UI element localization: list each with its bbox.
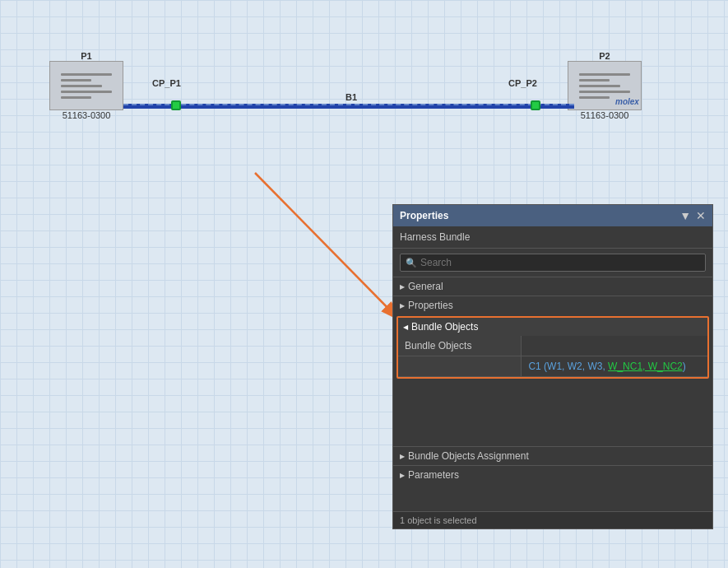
panel-subtitle: Harness Bundle <box>393 226 712 249</box>
panel-body: ▶ General ▶ Properties ◀ Bundle Objects <box>393 277 712 511</box>
parameters-triangle: ▶ <box>400 472 405 479</box>
bundle-objects-assignment-label: Bundle Objects Assignment <box>408 450 529 462</box>
bundle-objects-section: ◀ Bundle Objects Bundle Objects <box>396 316 709 379</box>
panel-controls: ▼ ✕ <box>679 210 706 221</box>
component-p1: P1 51163-0300 <box>49 49 123 120</box>
p1-label: P1 <box>81 51 91 61</box>
bundle-objects-title: Bundle Objects <box>411 321 478 333</box>
status-bar: 1 object is selected <box>393 511 712 528</box>
connector-line <box>579 85 620 87</box>
connector-line <box>61 91 112 93</box>
bundle-objects-assignment-section[interactable]: ▶ Bundle Objects Assignment <box>393 446 712 465</box>
bundle-objects-row-1: Bundle Objects <box>398 336 707 356</box>
bundle-objects-content: Bundle Objects C1 (W1, W2, W3, W_NC1, W_… <box>398 336 707 377</box>
cp-p2-label: CP_P2 <box>508 78 537 88</box>
parameters-label: Parameters <box>408 469 459 481</box>
empty-space <box>393 380 712 446</box>
properties-section-label: Properties <box>408 300 453 311</box>
connector-line <box>579 79 610 81</box>
cp-dot-right <box>531 100 540 110</box>
connector-line <box>579 96 610 99</box>
properties-triangle: ▶ <box>400 302 405 310</box>
bundle-objects-prop-value-1 <box>522 336 707 356</box>
pin-button[interactable]: ▼ <box>679 210 691 221</box>
p1-sublabel: 51163-0300 <box>63 110 111 120</box>
general-triangle: ▶ <box>400 283 405 291</box>
cp-dot-left <box>171 100 181 110</box>
connector-line <box>61 85 102 87</box>
p1-connector-box <box>49 61 123 110</box>
molex-label: molex <box>615 97 639 106</box>
connector-line <box>579 73 630 76</box>
general-label: General <box>408 281 443 292</box>
panel-header: Properties ▼ ✕ <box>393 205 712 226</box>
canvas: P1 51163-0300 CP_P1 P2 51163-0300 <box>0 0 728 568</box>
p2-sublabel: 51163-0300 <box>581 110 629 120</box>
bundle-wire <box>123 104 574 109</box>
p2-label: P2 <box>599 51 610 61</box>
svg-line-1 <box>255 173 401 321</box>
bundle-objects-prop-value-2[interactable]: C1 (W1, W2, W3, W_NC1, W_NC2) <box>522 356 707 376</box>
cp-p1-label: CP_P1 <box>152 78 181 88</box>
close-button[interactable]: ✕ <box>696 210 706 221</box>
search-input[interactable] <box>420 257 700 268</box>
connector-line <box>61 79 91 81</box>
parameters-section[interactable]: ▶ Parameters <box>393 465 712 484</box>
bundle-objects-value-text: C1 (W1, W2, W3, W_NC1, W_NC2) <box>528 361 685 372</box>
bundle-objects-header[interactable]: ◀ Bundle Objects <box>398 318 707 336</box>
general-section[interactable]: ▶ General <box>393 277 712 296</box>
search-bar[interactable]: 🔍 <box>400 254 706 272</box>
component-p2: P2 51163-0300 <box>568 49 642 120</box>
properties-section-row[interactable]: ▶ Properties <box>393 296 712 314</box>
connector-line <box>61 73 112 76</box>
bundle-label: B1 <box>345 92 357 102</box>
bundle-objects-assignment-triangle: ▶ <box>400 453 405 460</box>
connector-line <box>61 96 91 99</box>
properties-panel: Properties ▼ ✕ Harness Bundle 🔍 ▶ Genera… <box>392 204 713 529</box>
bundle-objects-prop-name: Bundle Objects <box>398 336 522 356</box>
bundle-objects-prop-name-2 <box>398 356 522 376</box>
connector-line <box>579 91 630 93</box>
bundle-objects-row-2: C1 (W1, W2, W3, W_NC1, W_NC2) <box>398 356 707 377</box>
panel-title: Properties <box>400 210 448 221</box>
bundle-objects-triangle: ◀ <box>403 324 408 331</box>
search-icon: 🔍 <box>406 258 417 268</box>
status-text: 1 object is selected <box>400 515 477 525</box>
